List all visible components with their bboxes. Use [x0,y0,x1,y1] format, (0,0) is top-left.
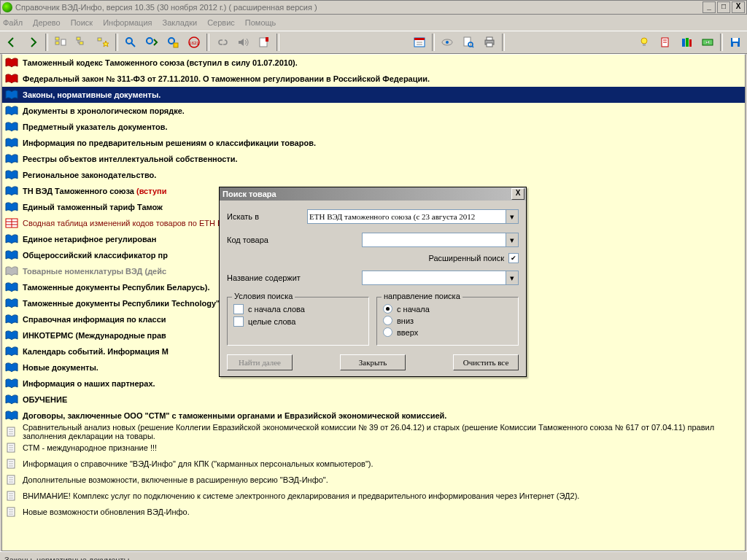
tree-row-label: ВНИМАНИЕ! Комплекс услуг по подключению … [23,491,579,500]
tree-row-label: Таможенные документы Республик Беларусь)… [23,283,210,292]
status-text: Законы, нормативные документы. [4,556,131,560]
tb-fwd-icon[interactable] [23,32,43,52]
tb-sound-icon[interactable] [233,32,253,52]
tree-row[interactable]: ВНИМАНИЕ! Комплекс услуг по подключению … [2,488,745,504]
groupbox-direction: направление поиска с начала вниз вверх [376,297,519,346]
tb-search-goods-icon[interactable] [163,32,183,52]
svg-rect-24 [464,37,471,46]
tree-row-label: Договоры, заключенные ООО "СТМ" с таможе… [23,411,446,420]
tree-row-label: Информация по предварительным решениям о… [23,139,316,147]
tree-row[interactable]: ОБУЧЕНИЕ [2,392,745,408]
tb-bulb-icon[interactable] [634,32,654,52]
tree-row[interactable]: Договоры, заключенные ООО "СТМ" с таможе… [2,408,745,424]
tb-link-icon[interactable] [212,32,232,52]
svg-point-30 [641,38,647,44]
book-blue-icon [5,90,18,100]
tree-row[interactable]: Сравнительный анализ новых (решение Колл… [2,424,745,440]
svg-rect-0 [55,37,59,40]
tree-row[interactable]: Дополнительные возможности, включенные в… [2,472,745,488]
book-blue-icon [5,138,18,148]
menu-help[interactable]: Помощь [245,18,276,27]
extended-checkbox[interactable]: ✔ [508,253,519,263]
tree-row[interactable]: Федеральный закон № 311-ФЗ от 27.11.2010… [2,71,745,87]
tree-row[interactable]: Документы в хронологическом порядке. [2,103,745,119]
tree-row[interactable]: Законы, нормативные документы. [2,87,745,103]
tree-row-label: Новые документы. [23,363,98,372]
radio-up[interactable] [383,327,392,337]
clear-all-button[interactable]: Очистить все [453,354,519,370]
tb-calendar-icon[interactable] [409,32,430,52]
radio-from-start[interactable] [383,304,392,314]
menu-info[interactable]: Информация [103,18,152,27]
svg-point-23 [446,41,449,44]
dialog-close-button[interactable]: X [511,188,525,200]
tb-back-icon[interactable] [1,32,22,52]
minimize-button[interactable]: _ [703,1,716,13]
tree-row[interactable]: Таможенный кодекс Таможенного союза (вст… [2,55,745,71]
chevron-down-icon[interactable]: ▾ [506,233,519,247]
tree-row-label: ИНКОТЕРМС (Международные прав [23,331,166,340]
book-blue-icon [5,378,18,389]
svg-rect-36 [686,38,689,47]
tree-row[interactable]: Новые возможности обновления ВЭД-Инфо. [2,504,745,520]
name-input[interactable] [362,271,506,285]
tree-row[interactable]: Реестры объектов интеллектуальной собств… [2,151,745,167]
doc-icon [5,427,18,437]
tree-row[interactable]: Информация о справочнике "ВЭД-Инфо" для … [2,456,745,472]
tree-row[interactable]: Региональное законодательство. [2,167,745,183]
chk-whole-words[interactable] [233,316,244,327]
label-search-in: Искать в [227,212,307,221]
tb-rate-icon[interactable]: 1621 [184,32,204,52]
search-in-select[interactable] [307,209,506,224]
tb-bookmark-icon[interactable] [254,32,274,52]
radio-down[interactable] [383,316,392,325]
tree-row-label: СТМ - международное признание !!! [23,443,157,452]
menu-bar: Файл Дерево Поиск Информация Закладки Се… [0,15,747,31]
dialog-title-bar[interactable]: Поиск товара X [220,187,526,201]
menu-search[interactable]: Поиск [71,18,93,27]
tb-search-icon[interactable] [120,32,141,52]
menu-file[interactable]: Файл [3,18,23,27]
tree-row-label: Документы в хронологическом порядке. [23,106,185,115]
code-input[interactable] [362,233,506,247]
tree-row[interactable]: Информация о наших партнерах. [2,376,745,392]
app-icon [2,2,12,12]
tb-eye-icon[interactable] [437,32,457,52]
svg-rect-19 [414,38,425,40]
tb-save-icon[interactable] [725,32,746,52]
menu-service[interactable]: Сервис [207,18,235,27]
tree-row[interactable]: Предметный указатель документов. [2,119,745,135]
tb-search-fwd-icon[interactable] [142,32,162,52]
chk-from-start[interactable] [233,304,244,314]
svg-point-9 [126,38,132,44]
book-blue-icon [5,122,18,132]
tree-row[interactable]: Информация по предварительным решениям о… [2,135,745,151]
tb-money-icon[interactable]: $ [697,32,718,52]
doc-icon [5,491,18,501]
menu-bookmarks[interactable]: Закладки [163,18,198,27]
tb-notes-icon[interactable] [655,32,676,52]
tb-tree1-icon[interactable] [50,32,71,52]
doc-icon [5,475,18,485]
tb-books-icon[interactable] [676,32,697,52]
tree-row-label: Реестры объектов интеллектуальной собств… [23,155,238,163]
tb-treefav-icon[interactable] [93,32,113,52]
close-dialog-button[interactable]: Закрыть [340,354,406,370]
find-next-button[interactable]: Найти далее [227,354,293,370]
tree-row[interactable]: СТМ - международное признание !!! [2,440,745,456]
svg-rect-29 [487,43,492,47]
chevron-down-icon[interactable]: ▾ [506,271,519,285]
menu-tree[interactable]: Дерево [33,18,61,27]
svg-rect-43 [733,43,738,47]
tree-row-label: Единое нетарифное регулирован [23,235,156,244]
tb-preview-icon[interactable] [458,32,479,52]
label-name: Название содержит [227,273,307,282]
window-title: Справочник ВЭД-Инфо, версия 10.35 (30 но… [15,3,317,12]
svg-rect-37 [689,39,692,47]
tb-print-icon[interactable] [479,32,500,52]
close-button[interactable]: X [732,1,745,13]
tb-tree2-icon[interactable] [71,32,92,52]
book-blue-icon [5,250,18,260]
chevron-down-icon[interactable]: ▾ [506,209,519,224]
maximize-button[interactable]: □ [717,1,730,13]
